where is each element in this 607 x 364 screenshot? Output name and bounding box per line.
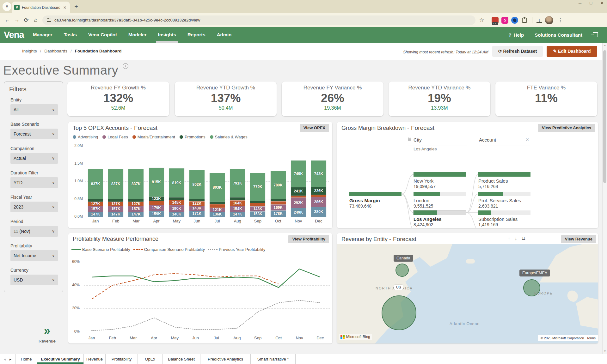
double-chevron-icon[interactable]: » (33, 325, 61, 336)
nav-item-admin[interactable]: Admin (217, 27, 232, 43)
view-opex-button[interactable]: View OPEX (300, 124, 329, 132)
filter-dropdown-currency[interactable]: USD∨ (10, 275, 58, 285)
minimize-icon[interactable]: ─ (579, 1, 581, 5)
refresh-dataset-button[interactable]: ⟳ Refresh Dataset (492, 46, 543, 57)
forward-icon[interactable]: → (12, 17, 21, 23)
tab-close-icon[interactable]: ✕ (62, 5, 67, 10)
filter-dropdown-fiscal-year[interactable]: 2023∨ (10, 202, 58, 212)
bar-mar[interactable]: 147K157K127K837K (128, 169, 144, 217)
sheet-tab-predictive-analytics[interactable]: Predictive Analytics (200, 354, 250, 364)
window-close-icon[interactable]: ✕ (600, 1, 604, 5)
bar-value-label: 157K (88, 207, 103, 211)
sort-down-icon[interactable]: ↓ (515, 236, 517, 241)
nav-item-manager[interactable]: Manager (33, 27, 52, 43)
bar-segment-legal-fees: 286K (311, 197, 326, 207)
blue-extension-icon[interactable] (511, 17, 518, 24)
x-axis-label: Jul (209, 336, 224, 340)
bookmark-star-icon[interactable]: ☆ (479, 17, 484, 23)
sort-double-down-icon[interactable]: ⇊ (521, 236, 525, 241)
bar-aug[interactable]: 147K154K164K791K (230, 169, 245, 217)
logout-icon[interactable] (593, 32, 598, 37)
bar-value-label: 190K (169, 206, 184, 211)
filter-dropdown-base-scenario[interactable]: Forecast∨ (10, 129, 58, 139)
tab-search-button[interactable]: ∨ (3, 2, 11, 11)
bar-jul[interactable]: 136K121K803K (210, 173, 225, 217)
map-area[interactable]: Canada Europe/EMEA NORTH AMERICA US EURO… (337, 244, 598, 343)
bubble-us[interactable] (382, 295, 416, 330)
maximize-icon[interactable]: □ (590, 1, 592, 5)
sort-up-icon[interactable]: ↑ (508, 236, 510, 241)
filter-value-entity: All (14, 107, 19, 112)
bar-segment-salaries-wages: 803K (210, 173, 225, 202)
nav-item-insights[interactable]: Insights (158, 27, 176, 43)
scroll-up-icon[interactable]: ▲ (603, 44, 607, 47)
url-bar[interactable]: ca3.vena.io/insights/dashboards/37a3daf5… (42, 15, 475, 25)
legend-item-meals-entertainment: Meals/Entertainment (132, 135, 175, 139)
bar-nov[interactable]: 249K292K241K749K (291, 161, 306, 217)
revenue-jump[interactable]: » Revenue (33, 325, 61, 343)
sheet-tab-smart-narrative-[interactable]: Smart Narrative * (250, 354, 296, 364)
tree-node-product-sales[interactable]: Product Sales5,716,268 (478, 172, 530, 189)
nav-item-reports[interactable]: Reports (187, 27, 205, 43)
breadcrumb-link-dashboards[interactable]: Dashboards (44, 49, 67, 53)
browser-tab[interactable]: V Foundation Dashboard | Insight ✕ (12, 2, 70, 13)
tabs-next-icon[interactable]: ▸ (9, 357, 11, 361)
home-icon[interactable]: ⌂ (31, 17, 40, 23)
profile-avatar[interactable] (545, 16, 553, 24)
tree-node-prof-services-sales[interactable]: Prof. Services Sales2,693,821 (478, 192, 530, 209)
terms-link[interactable]: Terms (586, 336, 596, 340)
bar-jan[interactable]: 147K157K127K837K (88, 169, 103, 217)
bar-feb[interactable]: 147K157K127K837K (108, 169, 123, 217)
bar-dec[interactable]: 280K286K226K743K (311, 161, 326, 217)
sheet-tab-revenue[interactable]: Revenue (83, 354, 105, 364)
bar-sep[interactable]: 153K143K779K (250, 173, 265, 217)
nav-item-modeler[interactable]: Modeler (128, 27, 147, 43)
tabs-prev-icon[interactable]: ◂ (4, 357, 6, 361)
bubble-canada[interactable] (395, 264, 409, 277)
reload-icon[interactable]: ⟳ (21, 17, 31, 24)
info-icon[interactable]: i (123, 63, 128, 69)
filter-dropdown-profitability[interactable]: Net Income∨ (10, 250, 58, 261)
tree-node-subscription-sales[interactable]: Subscription Sales1,419,169 (478, 210, 530, 227)
view-profitability-button[interactable]: View Profitability (288, 235, 329, 243)
tree-node-new-york[interactable]: New York19,099,557 (414, 172, 466, 189)
adblock-extension-icon[interactable]: 130 (492, 17, 499, 24)
sheet-tab-balance-sheet[interactable]: Balance Sheet (162, 354, 200, 364)
sheet-tab-profitability[interactable]: Profitability (105, 354, 138, 364)
nav-item-tasks[interactable]: Tasks (64, 27, 77, 43)
filter-dropdown-comparison[interactable]: Actual∨ (10, 153, 58, 164)
bar-may[interactable]: 140K190K145K819K (169, 168, 184, 217)
browser-menu-icon[interactable]: ⋮ (558, 17, 563, 23)
bar-jun[interactable]: 171K143K122K802K (189, 170, 205, 217)
extensions-puzzle-icon[interactable] (522, 18, 527, 23)
pink-extension-icon[interactable]: S (501, 17, 508, 24)
site-info-icon[interactable] (47, 19, 51, 22)
filter-dropdown-entity[interactable]: All∨ (10, 104, 58, 115)
tree-node-london[interactable]: London9,551,525 (414, 192, 466, 209)
tree-node-los-angeles[interactable]: Los Angeles8,424,902 (414, 210, 466, 227)
help-link[interactable]: ?Help (508, 32, 524, 38)
edit-dashboard-button[interactable]: ✎ Edit Dashboard (547, 46, 597, 57)
scroll-down-icon[interactable]: ▼ (603, 350, 607, 353)
breadcrumb-link-insights[interactable]: Insights (22, 49, 37, 53)
scrollbar-thumb[interactable] (603, 50, 606, 183)
bar-value-label: 791K (230, 181, 245, 185)
new-tab-button[interactable]: + (72, 3, 80, 11)
land-uk (566, 289, 579, 303)
downloads-icon[interactable]: ↓ (536, 18, 542, 23)
back-icon[interactable]: ← (3, 17, 12, 23)
sheet-tab-opex[interactable]: OpEx (138, 354, 162, 364)
bar-oct[interactable]: 178K169K780K (271, 171, 286, 217)
bar-apr[interactable]: 159K179K123K815K (149, 168, 164, 217)
sheet-tab-home[interactable]: Home (15, 354, 37, 364)
sheet-tab-executive-summary[interactable]: Executive Summary (37, 354, 83, 364)
bar-segment-promotions (250, 201, 265, 203)
page-scrollbar[interactable]: ▲ ▼ (602, 43, 607, 354)
tree-node-gross-margin[interactable]: Gross Margin73,489,648 (349, 192, 402, 209)
filter-dropdown-period[interactable]: 11 (Nov)∨ (10, 226, 58, 237)
filter-dropdown-duration-filter[interactable]: YTD∨ (10, 177, 58, 188)
view-revenue-button[interactable]: View Revenue (561, 235, 596, 243)
user-menu[interactable]: Solutions Consultant (535, 32, 582, 38)
vena-logo[interactable]: Vena (4, 30, 30, 40)
nav-item-vena-copilot[interactable]: Vena Copilot (88, 27, 117, 43)
